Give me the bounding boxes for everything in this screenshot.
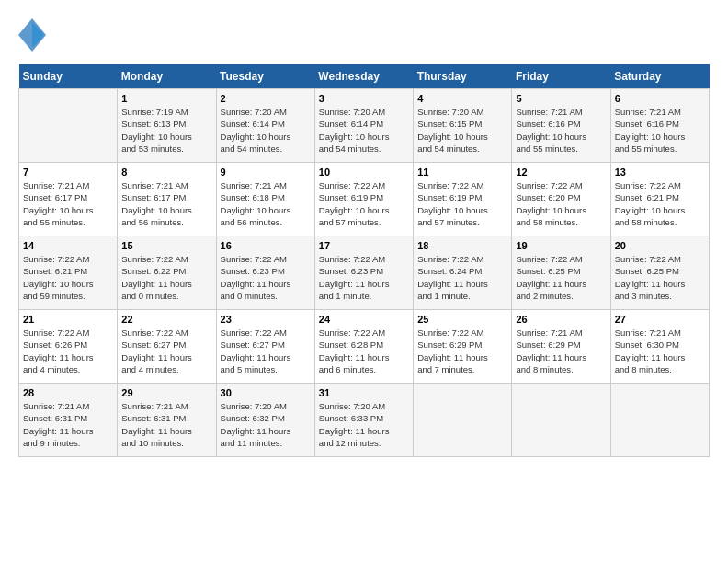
day-info: Sunrise: 7:22 AM Sunset: 6:19 PM Dayligh… (319, 179, 409, 228)
header-monday: Monday (118, 64, 216, 89)
day-info: Sunrise: 7:20 AM Sunset: 6:33 PM Dayligh… (319, 400, 409, 449)
day-number: 2 (221, 93, 311, 104)
header-thursday: Thursday (414, 64, 512, 89)
calendar-day-25: 25Sunrise: 7:22 AM Sunset: 6:29 PM Dayli… (414, 310, 512, 384)
calendar-day-7: 7Sunrise: 7:21 AM Sunset: 6:17 PM Daylig… (19, 163, 118, 236)
day-info: Sunrise: 7:20 AM Sunset: 6:32 PM Dayligh… (221, 400, 311, 449)
day-number: 9 (221, 167, 311, 178)
calendar-day-22: 22Sunrise: 7:22 AM Sunset: 6:27 PM Dayli… (118, 310, 216, 384)
day-number: 7 (23, 167, 113, 178)
calendar-day-8: 8Sunrise: 7:21 AM Sunset: 6:17 PM Daylig… (118, 163, 216, 236)
calendar-day-20: 20Sunrise: 7:22 AM Sunset: 6:25 PM Dayli… (610, 236, 709, 310)
calendar-day-30: 30Sunrise: 7:20 AM Sunset: 6:32 PM Dayli… (216, 384, 314, 457)
day-number: 3 (319, 93, 409, 104)
calendar-day-12: 12Sunrise: 7:22 AM Sunset: 6:20 PM Dayli… (512, 163, 610, 236)
logo-icon (18, 18, 46, 55)
day-number: 25 (417, 314, 507, 325)
calendar-day-16: 16Sunrise: 7:22 AM Sunset: 6:23 PM Dayli… (216, 236, 314, 310)
day-info: Sunrise: 7:21 AM Sunset: 6:31 PM Dayligh… (121, 400, 211, 449)
logo (18, 18, 50, 55)
day-number: 6 (615, 93, 705, 104)
day-number: 20 (615, 240, 705, 251)
day-info: Sunrise: 7:22 AM Sunset: 6:27 PM Dayligh… (221, 327, 311, 375)
day-info: Sunrise: 7:22 AM Sunset: 6:25 PM Dayligh… (516, 253, 606, 302)
day-number: 30 (221, 387, 311, 398)
day-number: 31 (319, 387, 409, 398)
calendar-day-29: 29Sunrise: 7:21 AM Sunset: 6:31 PM Dayli… (118, 384, 216, 457)
empty-cell (512, 384, 610, 457)
day-info: Sunrise: 7:21 AM Sunset: 6:17 PM Dayligh… (23, 179, 113, 228)
day-number: 21 (23, 314, 113, 325)
day-number: 17 (319, 240, 409, 251)
day-number: 10 (319, 167, 409, 178)
calendar-day-3: 3Sunrise: 7:20 AM Sunset: 6:14 PM Daylig… (314, 89, 413, 163)
calendar-day-10: 10Sunrise: 7:22 AM Sunset: 6:19 PM Dayli… (314, 163, 413, 236)
day-info: Sunrise: 7:22 AM Sunset: 6:28 PM Dayligh… (319, 327, 409, 375)
day-number: 29 (121, 387, 211, 398)
calendar-day-4: 4Sunrise: 7:20 AM Sunset: 6:15 PM Daylig… (414, 89, 512, 163)
day-info: Sunrise: 7:22 AM Sunset: 6:22 PM Dayligh… (121, 253, 211, 302)
day-info: Sunrise: 7:22 AM Sunset: 6:24 PM Dayligh… (417, 253, 507, 302)
day-info: Sunrise: 7:22 AM Sunset: 6:21 PM Dayligh… (23, 253, 113, 302)
day-info: Sunrise: 7:21 AM Sunset: 6:31 PM Dayligh… (23, 400, 113, 449)
empty-cell (610, 384, 709, 457)
day-info: Sunrise: 7:21 AM Sunset: 6:16 PM Dayligh… (615, 106, 705, 155)
day-number: 8 (121, 167, 211, 178)
calendar-day-23: 23Sunrise: 7:22 AM Sunset: 6:27 PM Dayli… (216, 310, 314, 384)
calendar-day-31: 31Sunrise: 7:20 AM Sunset: 6:33 PM Dayli… (314, 384, 413, 457)
day-info: Sunrise: 7:22 AM Sunset: 6:29 PM Dayligh… (417, 327, 507, 375)
day-number: 18 (417, 240, 507, 251)
day-number: 16 (221, 240, 311, 251)
day-number: 19 (516, 240, 606, 251)
calendar-day-28: 28Sunrise: 7:21 AM Sunset: 6:31 PM Dayli… (19, 384, 118, 457)
header-tuesday: Tuesday (216, 64, 314, 89)
day-info: Sunrise: 7:19 AM Sunset: 6:13 PM Dayligh… (121, 106, 211, 155)
day-number: 14 (23, 240, 113, 251)
calendar-day-6: 6Sunrise: 7:21 AM Sunset: 6:16 PM Daylig… (610, 89, 709, 163)
calendar-week-3: 14Sunrise: 7:22 AM Sunset: 6:21 PM Dayli… (19, 236, 710, 310)
day-number: 24 (319, 314, 409, 325)
day-number: 22 (121, 314, 211, 325)
header-friday: Friday (512, 64, 610, 89)
day-info: Sunrise: 7:20 AM Sunset: 6:15 PM Dayligh… (417, 106, 507, 155)
day-info: Sunrise: 7:21 AM Sunset: 6:16 PM Dayligh… (516, 106, 606, 155)
day-number: 4 (417, 93, 507, 104)
day-info: Sunrise: 7:22 AM Sunset: 6:23 PM Dayligh… (319, 253, 409, 302)
empty-cell (19, 89, 118, 163)
calendar-day-13: 13Sunrise: 7:22 AM Sunset: 6:21 PM Dayli… (610, 163, 709, 236)
calendar-header-row: SundayMondayTuesdayWednesdayThursdayFrid… (19, 64, 710, 89)
day-info: Sunrise: 7:22 AM Sunset: 6:21 PM Dayligh… (615, 179, 705, 228)
day-info: Sunrise: 7:21 AM Sunset: 6:29 PM Dayligh… (516, 327, 606, 375)
day-number: 15 (121, 240, 211, 251)
header-wednesday: Wednesday (314, 64, 413, 89)
day-info: Sunrise: 7:21 AM Sunset: 6:17 PM Dayligh… (121, 179, 211, 228)
calendar-week-4: 21Sunrise: 7:22 AM Sunset: 6:26 PM Dayli… (19, 310, 710, 384)
day-info: Sunrise: 7:20 AM Sunset: 6:14 PM Dayligh… (221, 106, 311, 155)
day-info: Sunrise: 7:22 AM Sunset: 6:26 PM Dayligh… (23, 327, 113, 375)
day-number: 23 (221, 314, 311, 325)
day-info: Sunrise: 7:20 AM Sunset: 6:14 PM Dayligh… (319, 106, 409, 155)
day-info: Sunrise: 7:22 AM Sunset: 6:20 PM Dayligh… (516, 179, 606, 228)
calendar-day-21: 21Sunrise: 7:22 AM Sunset: 6:26 PM Dayli… (19, 310, 118, 384)
calendar-day-19: 19Sunrise: 7:22 AM Sunset: 6:25 PM Dayli… (512, 236, 610, 310)
calendar-week-2: 7Sunrise: 7:21 AM Sunset: 6:17 PM Daylig… (19, 163, 710, 236)
calendar-week-5: 28Sunrise: 7:21 AM Sunset: 6:31 PM Dayli… (19, 384, 710, 457)
calendar-day-5: 5Sunrise: 7:21 AM Sunset: 6:16 PM Daylig… (512, 89, 610, 163)
day-number: 1 (121, 93, 211, 104)
day-number: 28 (23, 387, 113, 398)
calendar-day-24: 24Sunrise: 7:22 AM Sunset: 6:28 PM Dayli… (314, 310, 413, 384)
day-number: 13 (615, 167, 705, 178)
calendar-day-14: 14Sunrise: 7:22 AM Sunset: 6:21 PM Dayli… (19, 236, 118, 310)
day-info: Sunrise: 7:22 AM Sunset: 6:25 PM Dayligh… (615, 253, 705, 302)
calendar-day-9: 9Sunrise: 7:21 AM Sunset: 6:18 PM Daylig… (216, 163, 314, 236)
header-saturday: Saturday (610, 64, 709, 89)
day-number: 26 (516, 314, 606, 325)
calendar-day-2: 2Sunrise: 7:20 AM Sunset: 6:14 PM Daylig… (216, 89, 314, 163)
calendar-table: SundayMondayTuesdayWednesdayThursdayFrid… (18, 64, 710, 457)
day-info: Sunrise: 7:22 AM Sunset: 6:19 PM Dayligh… (417, 179, 507, 228)
header-sunday: Sunday (19, 64, 118, 89)
calendar-day-26: 26Sunrise: 7:21 AM Sunset: 6:29 PM Dayli… (512, 310, 610, 384)
day-number: 12 (516, 167, 606, 178)
calendar-day-18: 18Sunrise: 7:22 AM Sunset: 6:24 PM Dayli… (414, 236, 512, 310)
day-info: Sunrise: 7:21 AM Sunset: 6:18 PM Dayligh… (221, 179, 311, 228)
